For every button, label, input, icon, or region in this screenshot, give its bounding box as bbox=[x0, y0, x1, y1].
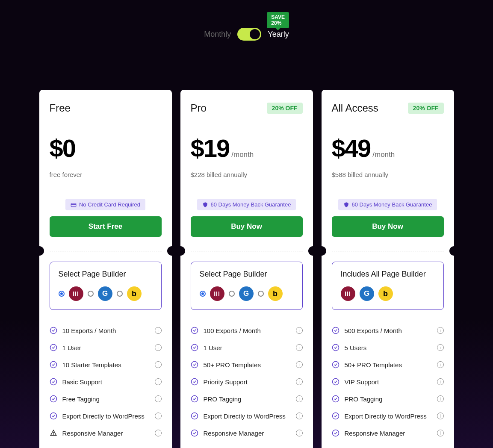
billing-toggle[interactable] bbox=[237, 28, 261, 41]
feature-item: 50+ PRO Templatesi bbox=[191, 356, 303, 373]
svg-point-20 bbox=[332, 379, 339, 385]
info-icon[interactable]: i bbox=[155, 361, 162, 368]
svg-point-3 bbox=[50, 345, 56, 351]
guarantee-badge: 60 Days Money Back Guarantee bbox=[197, 199, 296, 210]
check-icon bbox=[191, 344, 198, 351]
feature-item: 500 Exports / Monthi bbox=[332, 322, 444, 339]
feature-list: 10 Exports / Monthi 1 Useri 10 Starter T… bbox=[50, 322, 162, 442]
info-icon[interactable]: i bbox=[296, 395, 303, 402]
feature-item: 10 Exports / Monthi bbox=[50, 322, 162, 339]
info-icon[interactable]: i bbox=[155, 395, 162, 402]
feature-item: VIP Supporti bbox=[332, 373, 444, 390]
info-icon[interactable]: i bbox=[296, 327, 303, 334]
check-icon bbox=[332, 344, 339, 351]
elementor-icon: III bbox=[69, 286, 83, 301]
svg-point-22 bbox=[332, 413, 339, 419]
feature-item: 1 Useri bbox=[50, 339, 162, 356]
toggle-knob bbox=[250, 29, 260, 39]
check-icon bbox=[332, 361, 339, 368]
bricks-icon: b bbox=[127, 286, 142, 301]
feature-item: Responsive Manageri bbox=[332, 424, 444, 442]
check-icon bbox=[191, 378, 198, 386]
check-icon bbox=[50, 378, 57, 386]
feature-item: PRO Taggingi bbox=[332, 390, 444, 407]
info-icon[interactable]: i bbox=[296, 361, 303, 368]
plan-period: /month bbox=[231, 150, 254, 159]
pricing-cards-container: Free $0 free forever No Credit Card Requ… bbox=[0, 90, 493, 448]
plan-period: /month bbox=[372, 150, 395, 159]
check-icon bbox=[332, 429, 339, 437]
svg-point-11 bbox=[191, 345, 198, 351]
shield-icon bbox=[343, 202, 349, 208]
check-icon bbox=[332, 378, 339, 386]
plan-card-allaccess: All Access 20% OFF $49 /month $588 bille… bbox=[322, 90, 454, 448]
info-icon[interactable]: i bbox=[296, 344, 303, 351]
start-free-button[interactable]: Start Free bbox=[50, 216, 162, 237]
feature-item: Export Directly to WordPressi bbox=[191, 407, 303, 424]
check-icon bbox=[191, 412, 198, 420]
feature-item: Export Directly to WordPressi bbox=[332, 407, 444, 424]
builder-radio-gutenberg[interactable] bbox=[88, 291, 94, 297]
feature-item: 5 Usersi bbox=[332, 339, 444, 356]
svg-point-7 bbox=[50, 413, 56, 419]
builder-title: Select Page Builder bbox=[59, 270, 153, 279]
svg-point-16 bbox=[191, 430, 198, 436]
info-icon[interactable]: i bbox=[155, 430, 162, 436]
info-icon[interactable]: i bbox=[437, 344, 444, 351]
toggle-yearly-label[interactable]: SAVE 20% Yearly bbox=[268, 30, 289, 39]
check-icon bbox=[332, 412, 339, 420]
plan-name: All Access bbox=[332, 102, 378, 114]
buy-now-button[interactable]: Buy Now bbox=[332, 216, 444, 237]
check-icon bbox=[50, 395, 57, 403]
plan-price: $0 bbox=[50, 134, 76, 162]
svg-point-4 bbox=[50, 362, 56, 368]
feature-list: 500 Exports / Monthi 5 Usersi 50+ PRO Te… bbox=[332, 322, 444, 442]
toggle-monthly-label[interactable]: Monthly bbox=[204, 30, 231, 39]
plan-subtext: free forever bbox=[50, 171, 162, 178]
info-icon[interactable]: i bbox=[437, 378, 444, 385]
info-icon[interactable]: i bbox=[437, 413, 444, 419]
info-icon[interactable]: i bbox=[155, 344, 162, 351]
builder-radio-bricks[interactable] bbox=[117, 291, 123, 297]
svg-point-10 bbox=[191, 327, 198, 334]
check-icon bbox=[332, 327, 339, 334]
page-builder-selector: Select Page Builder III G b bbox=[191, 262, 303, 310]
builder-title: Select Page Builder bbox=[200, 270, 294, 279]
plan-subtext: $228 billed annually bbox=[191, 171, 303, 178]
svg-point-13 bbox=[191, 379, 198, 385]
gutenberg-icon: G bbox=[98, 286, 112, 301]
info-icon[interactable]: i bbox=[296, 413, 303, 419]
feature-list: 100 Exports / Monthi 1 Useri 50+ PRO Tem… bbox=[191, 322, 303, 442]
svg-point-23 bbox=[332, 430, 339, 436]
svg-point-14 bbox=[191, 396, 198, 402]
builder-radio-elementor[interactable] bbox=[200, 291, 206, 297]
info-icon[interactable]: i bbox=[437, 361, 444, 368]
svg-point-21 bbox=[332, 396, 339, 402]
info-icon[interactable]: i bbox=[437, 327, 444, 334]
builder-radio-gutenberg[interactable] bbox=[229, 291, 235, 297]
info-icon[interactable]: i bbox=[296, 378, 303, 385]
builder-radio-bricks[interactable] bbox=[258, 291, 264, 297]
plan-name: Pro bbox=[191, 102, 207, 114]
feature-item: Export Directly to WordPressi bbox=[50, 407, 162, 424]
guarantee-badge: No Credit Card Required bbox=[65, 199, 145, 210]
builder-radio-elementor[interactable] bbox=[59, 291, 65, 297]
feature-item: PRO Taggingi bbox=[191, 390, 303, 407]
buy-now-button[interactable]: Buy Now bbox=[191, 216, 303, 237]
info-icon[interactable]: i bbox=[437, 395, 444, 402]
info-icon[interactable]: i bbox=[437, 430, 444, 436]
save-badge: SAVE 20% bbox=[267, 12, 289, 28]
elementor-icon: III bbox=[210, 286, 224, 301]
info-icon[interactable]: i bbox=[155, 327, 162, 334]
plan-card-free: Free $0 free forever No Credit Card Requ… bbox=[39, 90, 172, 448]
info-icon[interactable]: i bbox=[296, 430, 303, 436]
discount-badge: 20% OFF bbox=[408, 103, 444, 114]
info-icon[interactable]: i bbox=[155, 413, 162, 419]
check-icon bbox=[50, 327, 57, 334]
plan-card-pro: Pro 20% OFF $19 /month $228 billed annua… bbox=[180, 90, 313, 448]
info-icon[interactable]: i bbox=[155, 378, 162, 385]
svg-point-5 bbox=[50, 379, 56, 385]
page-builder-included: Includes All Page Builder III G b bbox=[332, 262, 444, 310]
svg-point-9 bbox=[53, 434, 54, 435]
feature-item: Priority Supporti bbox=[191, 373, 303, 390]
